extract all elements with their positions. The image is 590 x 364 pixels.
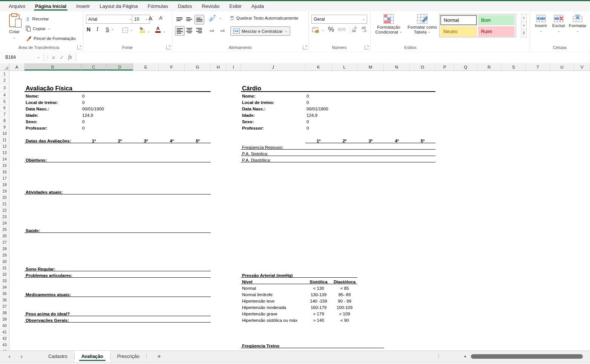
cell-K39[interactable]: > 140: [305, 316, 332, 323]
paste-button[interactable]: Colar: [5, 14, 23, 40]
row-header-20[interactable]: 20: [0, 194, 9, 201]
select-all-corner[interactable]: [0, 63, 9, 71]
cut-button[interactable]: ✂ Recortar: [26, 15, 49, 23]
row-header-39[interactable]: 39: [0, 316, 9, 323]
cell-C6[interactable]: 00/01/1900: [82, 105, 104, 112]
menu-tab-formulas[interactable]: Fórmulas: [143, 1, 173, 11]
cell-J4[interactable]: Nome:: [242, 92, 256, 99]
cell-K34[interactable]: < 130: [305, 284, 332, 291]
comma-style-button[interactable]: 000: [338, 27, 346, 32]
row-header-13[interactable]: 13: [0, 150, 9, 156]
row-header-8[interactable]: 8: [0, 118, 9, 124]
column-header-g[interactable]: G: [185, 63, 211, 70]
column-header-j[interactable]: J: [241, 63, 305, 70]
sheet-nav-prev-icon[interactable]: ‹: [5, 351, 14, 362]
row-header-5[interactable]: 5: [0, 98, 9, 105]
column-header-m[interactable]: M: [357, 63, 384, 70]
increase-font-button[interactable]: Aˆ: [149, 15, 153, 21]
column-header-c[interactable]: C: [81, 63, 107, 70]
cell-C9[interactable]: 0: [82, 124, 84, 131]
sheet-nav-next-icon[interactable]: ›: [17, 351, 26, 362]
align-right-button[interactable]: [195, 26, 204, 35]
row-header-11[interactable]: 11: [0, 137, 9, 143]
enter-button[interactable]: ✓: [58, 55, 66, 60]
format-as-table-button[interactable]: Formatar comoTabela: [407, 14, 437, 35]
insert-cells-button[interactable]: Inserir: [533, 15, 549, 34]
cell-J7[interactable]: Idade:: [242, 111, 255, 118]
row-header-29[interactable]: 29: [0, 252, 9, 258]
style-chip-neutro[interactable]: Neutro: [440, 26, 477, 37]
increase-indent-button[interactable]: »≡: [218, 26, 227, 35]
formula-input[interactable]: [78, 53, 589, 62]
row-header-27[interactable]: 27: [0, 239, 9, 246]
cell-L36[interactable]: 90 - 99: [332, 297, 357, 304]
row-header-38[interactable]: 38: [0, 310, 9, 316]
row-header-26[interactable]: 26: [0, 233, 9, 239]
row-header-40[interactable]: 40: [0, 323, 9, 329]
column-header-n[interactable]: N: [384, 63, 410, 70]
column-header-d[interactable]: D: [107, 63, 133, 70]
font-family-combo[interactable]: Arial: [86, 15, 134, 24]
cancel-button[interactable]: ×: [49, 54, 58, 61]
menu-tab-ajuda[interactable]: Ajuda: [247, 1, 269, 11]
font-dialog-launcher[interactable]: [166, 45, 170, 49]
cell-B8[interactable]: Sexo:: [26, 118, 37, 124]
hscroll-left-arrow-icon[interactable]: ◂: [464, 354, 466, 359]
row-header-4[interactable]: 4: [0, 92, 9, 98]
cell-L37[interactable]: 100-109: [332, 303, 357, 310]
cell-B7[interactable]: Idade:: [26, 111, 38, 118]
cell-K6[interactable]: 00/01/1900: [306, 105, 328, 112]
column-header-f[interactable]: F: [159, 63, 185, 70]
styles-scroll-up-icon[interactable]: ∧: [521, 14, 527, 22]
cell-C4[interactable]: 0: [82, 92, 84, 99]
font-color-chevron[interactable]: [163, 29, 166, 34]
cell-K9[interactable]: 0: [306, 124, 309, 131]
row-header-33[interactable]: 33: [0, 278, 9, 284]
menu-tab-dados[interactable]: Dados: [173, 1, 197, 11]
cell-C7[interactable]: 124,9: [82, 111, 93, 118]
align-top-button[interactable]: [175, 15, 184, 24]
cell-J5[interactable]: Local de treino:: [242, 98, 274, 105]
format-cells-button[interactable]: Formatar: [568, 15, 587, 34]
row-header-9[interactable]: 9: [0, 124, 9, 130]
row-header-37[interactable]: 37: [0, 303, 9, 310]
accounting-format-button[interactable]: [312, 27, 325, 33]
column-header-v[interactable]: V: [574, 63, 590, 70]
borders-button[interactable]: [122, 27, 133, 33]
row-header-15[interactable]: 15: [0, 162, 9, 169]
cell-J35[interactable]: Normal limítrofe: [242, 291, 273, 297]
cell-J34[interactable]: Normal: [242, 284, 256, 291]
row-header-36[interactable]: 36: [0, 297, 9, 303]
row-header-1[interactable]: 1: [0, 71, 9, 77]
underline-button[interactable]: S: [106, 26, 114, 32]
column-header-o[interactable]: O: [410, 63, 435, 70]
row-header-17[interactable]: 17: [0, 175, 9, 182]
row-header-30[interactable]: 30: [0, 258, 9, 265]
row-header-42[interactable]: 42: [0, 335, 9, 342]
row-header-16[interactable]: 16: [0, 169, 9, 175]
column-header-l[interactable]: L: [332, 63, 357, 70]
row-header-34[interactable]: 34: [0, 284, 9, 291]
decrease-indent-button[interactable]: «≡: [207, 26, 216, 35]
styles-more-icon[interactable]: ≂∨: [521, 30, 527, 37]
cell-B5[interactable]: Local de treino:: [26, 98, 58, 105]
align-left-button[interactable]: [175, 26, 185, 36]
row-header-2[interactable]: 2: [0, 77, 9, 84]
style-chip-normal[interactable]: Normal: [440, 15, 477, 25]
menu-tab-exibir[interactable]: Exibir: [224, 1, 247, 11]
column-header-q[interactable]: Q: [454, 63, 477, 70]
row-header-7[interactable]: 7: [0, 111, 9, 118]
menu-tab-pagina-inicial[interactable]: Página Inicial: [30, 1, 71, 11]
row-header-22[interactable]: 22: [0, 207, 9, 214]
percent-style-button[interactable]: %: [328, 26, 334, 34]
format-painter-button[interactable]: Pincel de Formatação: [26, 35, 76, 42]
cell-B9[interactable]: Professor:: [26, 124, 48, 131]
cell-L34[interactable]: < 85: [332, 284, 357, 291]
cell-J36[interactable]: Hipertensão leve: [242, 297, 274, 304]
cell-J9[interactable]: Professor:: [242, 124, 264, 131]
delete-cells-button[interactable]: Excluir: [550, 15, 567, 34]
row-header-28[interactable]: 28: [0, 246, 9, 252]
alignment-dialog-launcher[interactable]: [303, 45, 307, 49]
number-dialog-launcher[interactable]: [365, 45, 369, 49]
font-size-combo[interactable]: 10: [132, 15, 150, 24]
